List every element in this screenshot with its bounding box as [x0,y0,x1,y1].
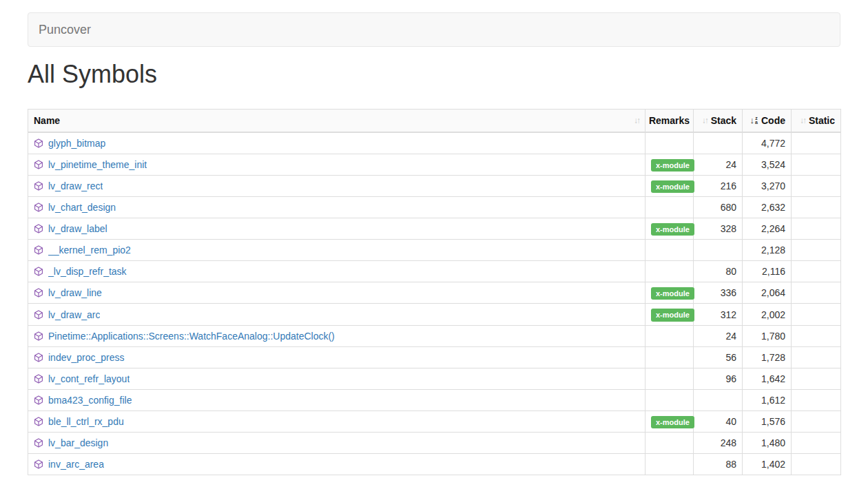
static-value [792,197,841,218]
table-row: lv_chart_design 680 2,632 [28,197,841,218]
code-value: 1,642 [743,368,792,389]
stack-value: 336 [694,282,743,304]
cube-icon [34,224,43,233]
symbol-link[interactable]: lv_draw_rect [48,179,103,193]
table-row: lv_draw_label x-module 328 2,264 [28,218,841,240]
remarks-cell [645,197,694,218]
stack-value [694,389,743,411]
code-value: 1,402 [743,453,792,475]
symbol-link[interactable]: lv_draw_label [48,222,107,236]
code-value: 2,116 [743,261,792,282]
cube-icon [34,310,43,320]
code-value: 1,780 [743,325,792,346]
cube-icon [34,417,43,426]
code-value: 2,002 [743,304,792,325]
cube-icon [34,288,43,298]
stack-value: 312 [694,304,743,325]
table-row: glyph_bitmap 4,772 [28,132,841,154]
column-header-static[interactable]: ↓↑Static [792,109,841,132]
table-row: Pinetime::Applications::Screens::WatchFa… [28,325,841,346]
sort-unsorted-icon: ↓↑ [800,116,805,125]
symbol-link[interactable]: lv_chart_design [48,200,116,214]
symbols-table: Name↓↑Remarks↓↑Stack↓zaCode↓↑Static glyp… [28,109,841,475]
table-row: lv_draw_rect x-module 216 3,270 [28,176,841,197]
symbol-link[interactable]: inv_arc_area [48,457,104,471]
remarks-cell: x-module [645,154,694,176]
cube-icon [34,331,43,341]
column-label-remarks: Remarks [649,115,690,126]
cube-icon [34,374,43,384]
symbol-link[interactable]: lv_pinetime_theme_init [48,158,147,172]
column-header-code[interactable]: ↓zaCode [743,109,792,132]
cube-icon [34,181,43,191]
column-label-name: Name [34,115,60,126]
cube-icon [34,353,43,362]
code-value: 3,270 [743,176,792,197]
remarks-cell: x-module [645,176,694,197]
symbol-link[interactable]: _lv_disp_refr_task [48,264,127,278]
remarks-cell [645,432,694,453]
static-value [792,218,841,240]
symbol-link[interactable]: glyph_bitmap [48,136,105,150]
stack-value: 88 [694,453,743,475]
stack-value: 680 [694,197,743,218]
cube-icon [34,245,43,255]
table-header-row: Name↓↑Remarks↓↑Stack↓zaCode↓↑Static [28,109,841,132]
stack-value: 56 [694,346,743,368]
stack-value: 248 [694,432,743,453]
code-value: 1,728 [743,346,792,368]
symbol-link[interactable]: indev_proc_press [48,351,125,364]
table-row: inv_arc_area 88 1,402 [28,453,841,475]
column-label-code: Code [761,115,785,126]
static-value [792,176,841,197]
cube-icon [34,438,43,448]
column-header-name[interactable]: Name↓↑ [28,109,645,132]
column-header-remarks: Remarks [645,109,694,132]
code-value: 1,612 [743,389,792,411]
xmodule-badge: x-module [651,287,694,300]
stack-value: 40 [694,411,743,432]
static-value [792,368,841,389]
table-row: _lv_disp_refr_task 80 2,116 [28,261,841,282]
code-value: 1,480 [743,432,792,453]
code-value: 2,064 [743,282,792,304]
symbol-link[interactable]: lv_cont_refr_layout [48,372,130,386]
static-value [792,411,841,432]
cube-icon [34,202,43,212]
symbol-link[interactable]: lv_draw_arc [48,308,100,322]
symbol-link[interactable]: lv_bar_design [48,436,108,450]
stack-value: 96 [694,368,743,389]
remarks-cell [645,368,694,389]
remarks-cell [645,240,694,261]
symbol-link[interactable]: Pinetime::Applications::Screens::WatchFa… [48,329,335,343]
symbol-link[interactable]: lv_draw_line [48,286,102,300]
symbol-link[interactable]: ble_ll_ctrl_rx_pdu [48,415,124,428]
navbar: Puncover [28,12,840,47]
stack-value: 80 [694,261,743,282]
column-header-stack[interactable]: ↓↑Stack [694,109,743,132]
remarks-cell: x-module [645,282,694,304]
static-value [792,304,841,325]
table-row: indev_proc_press 56 1,728 [28,346,841,368]
xmodule-badge: x-module [651,223,694,236]
symbol-link[interactable]: __kernel_rem_pio2 [48,243,131,257]
table-row: lv_pinetime_theme_init x-module 24 3,524 [28,154,841,176]
brand-link[interactable]: Puncover [28,13,101,46]
table-row: ble_ll_ctrl_rx_pdu x-module 40 1,576 [28,411,841,432]
cube-icon [34,459,43,469]
table-row: lv_draw_arc x-module 312 2,002 [28,304,841,325]
symbol-link[interactable]: bma423_config_file [48,393,132,407]
column-label-static: Static [809,115,835,126]
static-value [792,346,841,368]
code-value: 3,524 [743,154,792,176]
remarks-cell [645,132,694,154]
sort-unsorted-icon: ↓↑ [702,116,707,125]
symbols-table-wrap: Name↓↑Remarks↓↑Stack↓zaCode↓↑Static glyp… [28,109,840,475]
xmodule-badge: x-module [651,180,694,193]
stack-value: 216 [694,176,743,197]
static-value [792,261,841,282]
code-value: 2,632 [743,197,792,218]
table-row: bma423_config_file 1,612 [28,389,841,411]
stack-value: 24 [694,154,743,176]
remarks-cell: x-module [645,304,694,325]
